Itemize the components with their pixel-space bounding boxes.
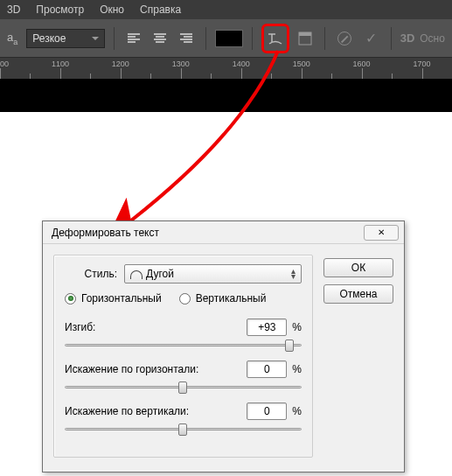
orientation-horizontal-radio[interactable]: Горизонтальный	[65, 292, 162, 304]
character-panel-button[interactable]	[295, 28, 316, 49]
ruler-tick-label: 1100	[52, 60, 69, 68]
ruler-tick-label: 1400	[233, 60, 250, 68]
arc-icon	[130, 270, 143, 279]
style-label: Стиль:	[65, 268, 117, 280]
text-color-swatch[interactable]	[215, 30, 243, 47]
checkmark-icon: ✓	[365, 30, 377, 46]
ruler-tick-label: 1300	[172, 60, 190, 68]
cancel-dialog-button[interactable]: Отмена	[323, 284, 393, 304]
radio-dot-icon	[179, 293, 191, 304]
horizontal-ruler[interactable]: 10001100120013001400150016001700	[0, 58, 452, 80]
options-bar: aa Резкое ✓ 3D Осно	[0, 19, 452, 58]
orientation-vertical-label: Вертикальный	[196, 292, 267, 304]
antialias-icon: aa	[7, 31, 17, 46]
menu-3d[interactable]: 3D	[7, 4, 20, 16]
3d-button[interactable]: 3D	[400, 32, 415, 45]
hdist-input[interactable]: 0	[247, 360, 287, 378]
slider-thumb-icon	[178, 382, 187, 394]
vdist-slider[interactable]	[65, 422, 302, 438]
menu-window[interactable]: Окно	[100, 4, 124, 16]
close-icon: ✕	[378, 228, 385, 237]
warp-text-icon	[267, 31, 284, 46]
percent-label: %	[292, 405, 302, 417]
percent-label: %	[292, 321, 302, 333]
separator	[391, 27, 392, 50]
vdist-input[interactable]: 0	[247, 402, 287, 420]
warp-text-dialog: Деформировать текст ✕ Стиль: Дугой ▴▾ Го…	[42, 220, 405, 472]
slider-thumb-icon	[178, 424, 187, 436]
align-center-icon	[154, 33, 166, 44]
ruler-tick-label: 1000	[0, 60, 9, 68]
align-left-button[interactable]	[122, 28, 143, 49]
ok-button[interactable]: ОК	[323, 258, 393, 277]
antialiasing-select[interactable]: Резкое	[26, 29, 104, 48]
hdist-label: Искажение по горизонтали:	[65, 363, 198, 375]
ruler-tick-label: 1200	[112, 60, 129, 68]
orientation-vertical-radio[interactable]: Вертикальный	[179, 292, 267, 304]
svg-text:djghjghifdhjdjgjdjjf: djghjghifdhjdjgjdjjf	[0, 125, 66, 156]
style-select[interactable]: Дугой ▴▾	[124, 264, 302, 284]
cancel-icon	[337, 32, 351, 46]
commit-button[interactable]: ✓	[360, 28, 381, 49]
separator	[114, 27, 115, 50]
menu-help[interactable]: Справка	[140, 4, 181, 16]
bend-input[interactable]: +93	[247, 318, 287, 336]
bend-slider[interactable]	[65, 338, 302, 354]
hdist-slider[interactable]	[65, 380, 302, 396]
ruler-tick-label: 1600	[353, 60, 371, 68]
svg-rect-1	[299, 32, 311, 36]
separator	[252, 27, 253, 50]
antialiasing-value: Резкое	[32, 32, 66, 45]
percent-label: %	[292, 363, 302, 375]
align-right-button[interactable]	[176, 28, 197, 49]
updown-caret-icon: ▴▾	[291, 269, 296, 279]
style-value: Дугой	[146, 268, 174, 280]
separator	[324, 27, 325, 50]
radio-dot-icon	[65, 293, 76, 304]
separator	[205, 27, 206, 50]
vdist-label: Искажение по вертикали:	[65, 405, 189, 417]
menu-bar: 3D Просмотр Окно Справка	[0, 0, 452, 19]
dropdown-caret-icon	[92, 37, 99, 40]
ruler-tick-label: 1700	[414, 60, 431, 68]
cancel-button[interactable]	[334, 28, 355, 49]
align-left-icon	[128, 33, 140, 44]
slider-thumb-icon	[285, 340, 294, 352]
orientation-horizontal-label: Горизонтальный	[81, 292, 162, 304]
ruler-tick-label: 1500	[293, 60, 310, 68]
pasteboard	[0, 80, 452, 112]
toolbar-trail: Осно	[420, 32, 445, 45]
align-center-button[interactable]	[150, 28, 170, 49]
dialog-options-group: Стиль: Дугой ▴▾ Горизонтальный Вертикаль…	[53, 255, 313, 458]
panel-icon	[298, 32, 312, 46]
dialog-title: Деформировать текст	[48, 227, 159, 239]
align-right-icon	[180, 33, 192, 44]
warp-text-button[interactable]	[261, 24, 289, 53]
dialog-titlebar[interactable]: Деформировать текст ✕	[43, 221, 404, 244]
bend-label: Изгиб:	[65, 321, 95, 333]
dialog-close-button[interactable]: ✕	[364, 225, 399, 241]
menu-view[interactable]: Просмотр	[36, 4, 84, 16]
